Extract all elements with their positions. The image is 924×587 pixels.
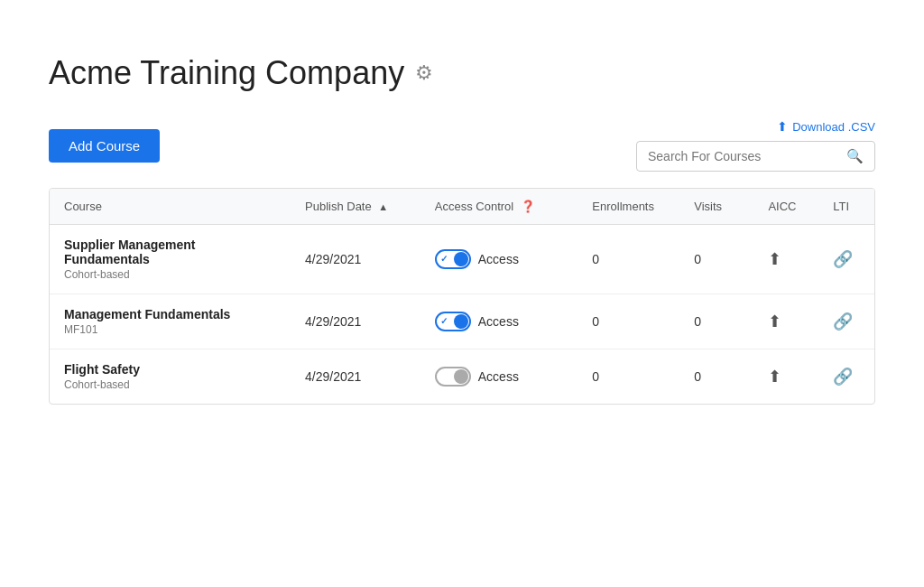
access-toggle[interactable]: ✓: [435, 312, 471, 331]
access-label: Access: [478, 314, 519, 329]
course-name: Supplier Management Fundamentals: [64, 238, 276, 266]
col-header-aicc: AICC: [753, 189, 818, 225]
toggle-container: ✓ Access: [435, 312, 564, 331]
col-header-course: Course: [50, 189, 291, 225]
download-icon: ⬆: [777, 119, 788, 134]
access-control-cell-1: ✓ Access: [420, 294, 578, 349]
toggle-container: Access: [435, 367, 564, 387]
aicc-cell-0: ⬆: [753, 225, 818, 294]
lti-link-button[interactable]: 🔗: [833, 312, 853, 331]
access-label: Access: [478, 252, 519, 266]
col-header-enrollments: Enrollments: [578, 189, 679, 225]
gear-icon[interactable]: ⚙: [415, 61, 433, 85]
toggle-thumb: [454, 369, 468, 384]
course-sub: MF101: [64, 323, 276, 336]
publish-date-cell-0: 4/29/2021: [291, 225, 420, 294]
publish-date-cell-1: 4/29/2021: [291, 294, 420, 349]
search-input[interactable]: [648, 149, 846, 163]
aicc-cell-1: ⬆: [753, 294, 818, 349]
toolbar-right: ⬆ Download .CSV 🔍: [636, 119, 875, 172]
table-row: Supplier Management Fundamentals Cohort-…: [50, 225, 874, 294]
sort-arrow-icon: ▲: [378, 201, 388, 212]
enrollments-cell-2: 0: [578, 349, 679, 405]
enrollments-cell-0: 0: [578, 225, 679, 294]
col-header-access-control: Access Control ❓: [420, 189, 578, 225]
access-control-cell-0: ✓ Access: [420, 225, 578, 294]
table-row: Flight Safety Cohort-based 4/29/2021 Acc…: [50, 349, 874, 405]
courses-table: Course Publish Date ▲ Access Control ❓ E…: [50, 189, 874, 404]
toggle-track: ✓: [435, 312, 471, 331]
course-name: Management Fundamentals: [64, 307, 276, 321]
publish-date-cell-2: 4/29/2021: [291, 349, 420, 405]
download-label: Download .CSV: [792, 120, 875, 134]
visits-cell-0: 0: [679, 225, 753, 294]
lti-cell-2: 🔗: [818, 349, 874, 405]
col-header-publish-date[interactable]: Publish Date ▲: [291, 189, 420, 225]
access-control-cell-2: Access: [420, 349, 578, 405]
col-header-visits: Visits: [679, 189, 753, 225]
access-toggle[interactable]: ✓: [435, 249, 471, 269]
toggle-check-icon: ✓: [440, 316, 448, 326]
help-icon: ❓: [521, 200, 535, 213]
table-body: Supplier Management Fundamentals Cohort-…: [50, 225, 874, 405]
enrollments-cell-1: 0: [578, 294, 679, 349]
table-row: Management Fundamentals MF101 4/29/2021 …: [50, 294, 874, 349]
aicc-upload-button[interactable]: ⬆: [768, 367, 781, 387]
toggle-check-icon: ✓: [440, 254, 448, 264]
course-name: Flight Safety: [64, 362, 276, 377]
page-container: Acme Training Company ⚙ Add Course ⬆ Dow…: [0, 0, 924, 441]
search-icon: 🔍: [846, 148, 864, 164]
course-cell-2: Flight Safety Cohort-based: [50, 349, 291, 405]
courses-table-wrapper: Course Publish Date ▲ Access Control ❓ E…: [49, 188, 875, 405]
download-csv-link[interactable]: ⬆ Download .CSV: [777, 119, 875, 134]
toggle-thumb: [454, 314, 468, 329]
lti-cell-0: 🔗: [818, 225, 874, 294]
aicc-upload-button[interactable]: ⬆: [768, 312, 781, 331]
company-name: Acme Training Company: [49, 54, 404, 92]
toggle-thumb: [454, 252, 468, 266]
course-cell-1: Management Fundamentals MF101: [50, 294, 291, 349]
toggle-track: ✓: [435, 249, 471, 269]
col-header-lti: LTI: [818, 189, 874, 225]
course-sub: Cohort-based: [64, 268, 276, 281]
aicc-upload-button[interactable]: ⬆: [768, 249, 781, 269]
visits-cell-2: 0: [679, 349, 753, 405]
lti-link-button[interactable]: 🔗: [833, 367, 853, 387]
aicc-cell-2: ⬆: [753, 349, 818, 405]
course-cell-0: Supplier Management Fundamentals Cohort-…: [50, 225, 291, 294]
table-header-row: Course Publish Date ▲ Access Control ❓ E…: [50, 189, 874, 225]
course-sub: Cohort-based: [64, 378, 276, 391]
lti-cell-1: 🔗: [818, 294, 874, 349]
access-label: Access: [478, 369, 519, 384]
page-title: Acme Training Company ⚙: [49, 54, 875, 92]
search-box: 🔍: [636, 141, 875, 172]
add-course-button[interactable]: Add Course: [49, 129, 160, 163]
toggle-track: [435, 367, 471, 387]
lti-link-button[interactable]: 🔗: [833, 249, 853, 269]
access-toggle[interactable]: [435, 367, 471, 387]
toolbar: Add Course ⬆ Download .CSV 🔍: [49, 119, 875, 172]
visits-cell-1: 0: [679, 294, 753, 349]
toggle-container: ✓ Access: [435, 249, 564, 269]
